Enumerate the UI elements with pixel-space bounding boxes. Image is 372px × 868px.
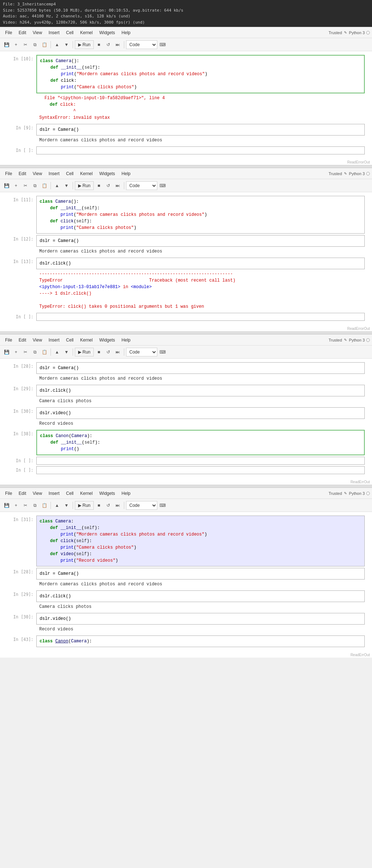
menu-help-3[interactable]: Help [119, 337, 134, 343]
cell-input-28-nb3[interactable]: dslr = Camera() [36, 362, 365, 374]
paste-btn-2[interactable]: 📋 [40, 181, 49, 190]
menu-view-1[interactable]: View [30, 29, 45, 36]
cell-input-38-nb3[interactable]: class Canon(Camera): def __init__(self):… [36, 430, 365, 455]
run-btn-1[interactable]: ▶ Run [75, 40, 94, 49]
menu-help-2[interactable]: Help [119, 170, 134, 177]
add-cell-btn-3[interactable]: + [12, 348, 20, 356]
edit-icon-1[interactable]: ✎ [344, 30, 347, 35]
save-btn-2[interactable]: 💾 [2, 181, 11, 190]
cell-input-43-nb4[interactable]: class Canon(Camera): [36, 635, 365, 647]
interrupt-btn-1[interactable]: ■ [94, 40, 103, 49]
cell-input-empty-3b[interactable] [36, 466, 365, 474]
save-btn-3[interactable]: 💾 [2, 348, 11, 356]
restart-run-btn-2[interactable]: ⏭ [113, 181, 122, 190]
menu-view-4[interactable]: View [30, 490, 45, 497]
cell-input-10[interactable]: class Camera(): def __init__(self): prin… [36, 55, 365, 93]
cut-btn-1[interactable]: ✂ [21, 40, 30, 49]
cell-type-select-2[interactable]: Code Markdown Raw [126, 181, 157, 190]
cell-type-select-1[interactable]: Code Markdown Raw [126, 40, 157, 49]
copy-btn-4[interactable]: ⧉ [31, 501, 39, 510]
add-cell-btn-4[interactable]: + [12, 501, 20, 510]
menu-insert-4[interactable]: Insert [46, 490, 62, 497]
keyboard-btn-3[interactable]: ⌨ [158, 348, 167, 356]
menu-file-4[interactable]: File [2, 490, 15, 497]
cell-type-select-3[interactable]: Code Markdown Raw [126, 348, 157, 356]
interrupt-btn-2[interactable]: ■ [94, 181, 103, 190]
menu-file-3[interactable]: File [2, 337, 15, 343]
menu-cell-1[interactable]: Cell [63, 29, 77, 36]
cut-btn-2[interactable]: ✂ [21, 181, 30, 190]
paste-btn-3[interactable]: 📋 [40, 348, 49, 356]
cell-input-empty-3a[interactable] [36, 457, 365, 465]
menu-help-1[interactable]: Help [119, 29, 134, 36]
paste-btn-1[interactable]: 📋 [40, 40, 49, 49]
cell-input-13[interactable]: dslr.click() [36, 258, 365, 269]
move-up-btn-4[interactable]: ▲ [53, 501, 61, 510]
restart-btn-4[interactable]: ↺ [104, 501, 113, 510]
restart-run-btn-4[interactable]: ⏭ [113, 501, 122, 510]
move-up-btn-3[interactable]: ▲ [53, 348, 61, 356]
cell-input-11[interactable]: class Camera(): def __init__(self): prin… [36, 196, 365, 234]
save-btn-4[interactable]: 💾 [2, 501, 11, 510]
cell-input-9[interactable]: dslr = Camera() [36, 124, 365, 136]
cut-btn-4[interactable]: ✂ [21, 501, 30, 510]
copy-btn-2[interactable]: ⧉ [31, 181, 39, 190]
keyboard-btn-2[interactable]: ⌨ [158, 181, 167, 190]
cell-input-29-nb4[interactable]: dslr.click() [36, 590, 365, 602]
menu-insert-1[interactable]: Insert [46, 29, 62, 36]
interrupt-btn-4[interactable]: ■ [94, 501, 103, 510]
cell-input-12[interactable]: dslr = Camera() [36, 235, 365, 247]
cell-input-30-nb3[interactable]: dslr.video() [36, 407, 365, 419]
cut-btn-3[interactable]: ✂ [21, 348, 30, 356]
menu-widgets-2[interactable]: Widgets [96, 170, 118, 177]
add-cell-btn-2[interactable]: + [12, 181, 20, 190]
run-btn-2[interactable]: ▶ Run [75, 181, 94, 190]
menu-insert-3[interactable]: Insert [46, 337, 62, 343]
menu-cell-4[interactable]: Cell [63, 490, 77, 497]
cell-input-empty-1[interactable] [36, 146, 365, 154]
menu-view-3[interactable]: View [30, 337, 45, 343]
cell-input-31-nb4[interactable]: class Camera: def __init__(self): print(… [36, 516, 365, 566]
restart-run-btn-1[interactable]: ⏭ [113, 40, 122, 49]
menu-widgets-3[interactable]: Widgets [96, 337, 118, 343]
menu-file-1[interactable]: File [2, 29, 15, 36]
menu-edit-2[interactable]: Edit [16, 170, 29, 177]
menu-cell-2[interactable]: Cell [63, 170, 77, 177]
move-up-btn-1[interactable]: ▲ [53, 40, 61, 49]
run-btn-3[interactable]: ▶ Run [75, 348, 94, 356]
restart-btn-1[interactable]: ↺ [104, 40, 113, 49]
menu-kernel-3[interactable]: Kernel [77, 337, 96, 343]
edit-icon-4[interactable]: ✎ [344, 490, 347, 496]
menu-kernel-2[interactable]: Kernel [77, 170, 96, 177]
cell-type-select-4[interactable]: Code Markdown Raw [126, 501, 157, 510]
keyboard-btn-4[interactable]: ⌨ [158, 501, 167, 510]
cell-input-29-nb3[interactable]: dslr.click() [36, 385, 365, 396]
run-btn-4[interactable]: ▶ Run [75, 501, 94, 510]
menu-help-4[interactable]: Help [119, 490, 134, 497]
edit-icon-2[interactable]: ✎ [344, 171, 347, 176]
menu-widgets-1[interactable]: Widgets [96, 29, 118, 36]
edit-icon-3[interactable]: ✎ [344, 337, 347, 343]
cell-input-28-nb4[interactable]: dslr = Camera() [36, 568, 365, 580]
menu-edit-4[interactable]: Edit [16, 490, 29, 497]
copy-btn-3[interactable]: ⧉ [31, 348, 39, 356]
move-down-btn-2[interactable]: ▼ [62, 181, 71, 190]
move-up-btn-2[interactable]: ▲ [53, 181, 61, 190]
move-down-btn-3[interactable]: ▼ [62, 348, 71, 356]
menu-insert-2[interactable]: Insert [46, 170, 62, 177]
cell-input-30-nb4[interactable]: dslr.video() [36, 613, 365, 625]
move-down-btn-1[interactable]: ▼ [62, 40, 71, 49]
restart-run-btn-3[interactable]: ⏭ [113, 348, 122, 356]
menu-edit-3[interactable]: Edit [16, 337, 29, 343]
menu-cell-3[interactable]: Cell [63, 337, 77, 343]
menu-kernel-1[interactable]: Kernel [77, 29, 96, 36]
restart-btn-3[interactable]: ↺ [104, 348, 113, 356]
menu-widgets-4[interactable]: Widgets [96, 490, 118, 497]
menu-edit-1[interactable]: Edit [16, 29, 29, 36]
menu-view-2[interactable]: View [30, 170, 45, 177]
menu-file-2[interactable]: File [2, 170, 15, 177]
keyboard-btn-1[interactable]: ⌨ [158, 40, 167, 49]
copy-btn-1[interactable]: ⧉ [31, 40, 39, 49]
move-down-btn-4[interactable]: ▼ [62, 501, 71, 510]
menu-kernel-4[interactable]: Kernel [77, 490, 96, 497]
